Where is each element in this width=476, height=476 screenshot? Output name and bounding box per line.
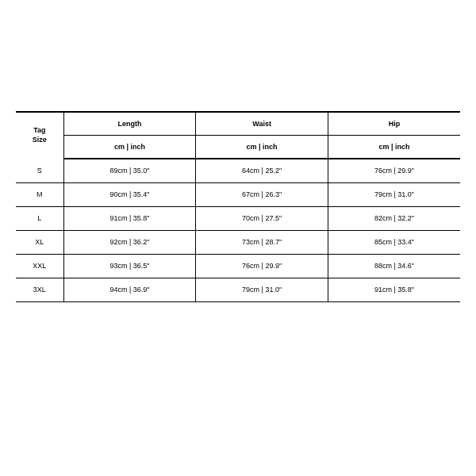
header-hip: Hip	[328, 112, 460, 136]
cell-length: 91cm | 35.8"	[63, 206, 196, 230]
cell-hip: 79cm | 31.0"	[328, 182, 460, 206]
cell-length: 90cm | 35.4"	[63, 182, 196, 206]
header-length: Length	[63, 112, 196, 136]
cell-size: XXL	[16, 254, 63, 278]
cell-size: L	[16, 206, 63, 230]
table-row: XXL 93cm | 36.5" 76cm | 29.9" 88cm | 34.…	[16, 254, 460, 278]
cell-waist: 64cm | 25.2"	[196, 159, 328, 182]
size-chart-table: Tag Size Length Waist Hip cm | inch cm |…	[16, 111, 460, 302]
cell-waist: 79cm | 31.0"	[196, 278, 328, 301]
cell-hip: 76cm | 29.9"	[328, 159, 460, 182]
table-row: 3XL 94cm | 36.9" 79cm | 31.0" 91cm | 35.…	[16, 278, 460, 301]
table-row: XL 92cm | 36.2" 73cm | 28.7" 85cm | 33.4…	[16, 230, 460, 254]
table-row: L 91cm | 35.8" 70cm | 27.5" 82cm | 32.2"	[16, 206, 460, 230]
cell-length: 89cm | 35.0"	[63, 159, 196, 182]
cell-hip: 91cm | 35.8"	[328, 278, 460, 301]
cell-hip: 82cm | 32.2"	[328, 206, 460, 230]
table-row: M 90cm | 35.4" 67cm | 26.3" 79cm | 31.0"	[16, 182, 460, 206]
cell-size: S	[16, 159, 63, 182]
header-row-top: Tag Size Length Waist Hip	[16, 112, 460, 136]
table-row: S 89cm | 35.0" 64cm | 25.2" 76cm | 29.9"	[16, 159, 460, 182]
cell-waist: 70cm | 27.5"	[196, 206, 328, 230]
header-tag-size: Tag Size	[16, 112, 63, 159]
header-tag: Tag	[33, 126, 45, 134]
cell-waist: 76cm | 29.9"	[196, 254, 328, 278]
header-waist: Waist	[196, 112, 328, 136]
cell-hip: 88cm | 34.6"	[328, 254, 460, 278]
unit-hip: cm | inch	[328, 136, 460, 159]
header-size: Size	[33, 136, 47, 144]
cell-size: XL	[16, 230, 63, 254]
cell-size: M	[16, 182, 63, 206]
cell-waist: 67cm | 26.3"	[196, 182, 328, 206]
cell-length: 92cm | 36.2"	[63, 230, 196, 254]
header-row-units: cm | inch cm | inch cm | inch	[16, 136, 460, 159]
cell-size: 3XL	[16, 278, 63, 301]
unit-waist: cm | inch	[196, 136, 328, 159]
cell-length: 94cm | 36.9"	[63, 278, 196, 301]
cell-length: 93cm | 36.5"	[63, 254, 196, 278]
cell-hip: 85cm | 33.4"	[328, 230, 460, 254]
cell-waist: 73cm | 28.7"	[196, 230, 328, 254]
unit-length: cm | inch	[63, 136, 196, 159]
